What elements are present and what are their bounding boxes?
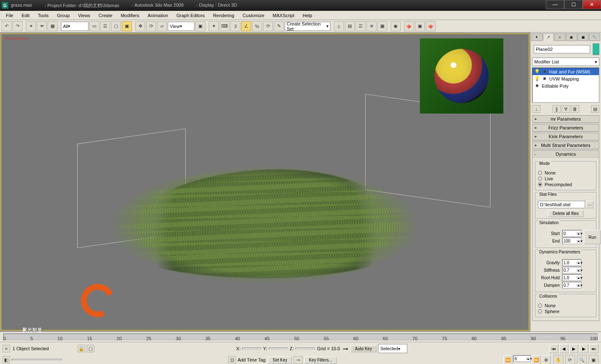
- bind-icon[interactable]: ▦: [48, 21, 58, 31]
- stiffness-spinner[interactable]: ▲▼: [562, 267, 581, 273]
- prev-key-icon[interactable]: ⏪: [503, 355, 513, 364]
- z-input[interactable]: [295, 348, 315, 349]
- dampen-spinner[interactable]: ▲▼: [562, 282, 581, 288]
- time-config-button-icon[interactable]: ⚙: [542, 355, 551, 364]
- select-name-icon[interactable]: ☰: [100, 21, 110, 31]
- setkey-button[interactable]: Set Key: [268, 356, 292, 364]
- pivot-icon[interactable]: ▣: [195, 21, 205, 31]
- menu-help[interactable]: Help: [299, 12, 316, 19]
- rollout-multi-strand-parameters[interactable]: +Multi Strand Parameters: [532, 142, 599, 149]
- menu-group[interactable]: Group: [53, 12, 73, 19]
- object-name-input[interactable]: Plane02: [534, 45, 590, 53]
- manipulate-icon[interactable]: ✦: [209, 21, 219, 31]
- menu-maxscript[interactable]: MAXScript: [269, 12, 298, 19]
- ref-coord-select[interactable]: View ▾: [168, 22, 194, 31]
- window-minimize-button[interactable]: —: [546, 0, 564, 9]
- viewport-perspective[interactable]: Perspective 聚光制造 www.cggood.com: [1, 33, 529, 331]
- sim-end-spinner[interactable]: ▲▼: [562, 238, 581, 244]
- lightbulb-icon[interactable]: 💡: [534, 76, 540, 81]
- rendered-frame-icon[interactable]: ▣: [415, 21, 425, 31]
- angle-snap-icon[interactable]: ∠: [241, 21, 251, 31]
- menu-modifiers[interactable]: Modifiers: [117, 12, 143, 19]
- remove-modifier-icon[interactable]: 🗑: [571, 105, 579, 113]
- named-selection-input[interactable]: Create Selection Set ▾: [285, 22, 331, 31]
- lock-selection-icon[interactable]: 🔒: [78, 345, 85, 352]
- x-input[interactable]: [242, 348, 261, 349]
- time-tag-icon[interactable]: ⊡: [228, 356, 236, 364]
- keyboard-icon[interactable]: ⌨: [220, 21, 230, 31]
- undo-icon[interactable]: ↶: [2, 21, 12, 31]
- y-input[interactable]: [269, 348, 288, 349]
- move-icon[interactable]: ✥: [135, 21, 145, 31]
- menu-grapheditors[interactable]: Graph Editors: [173, 12, 208, 19]
- material-editor-icon[interactable]: ◉: [391, 21, 401, 31]
- link-icon[interactable]: ⚭: [26, 21, 36, 31]
- tab-motion-icon[interactable]: ◉: [566, 33, 577, 41]
- menu-rendering[interactable]: Rendering: [210, 12, 238, 19]
- tab-modify-icon[interactable]: ↗: [543, 33, 554, 41]
- selection-filter-select[interactable]: All ▾: [61, 22, 88, 31]
- rotate-icon[interactable]: ⟳: [146, 21, 156, 31]
- select-icon[interactable]: ▭: [89, 21, 99, 31]
- next-key-icon[interactable]: ⏩: [532, 355, 541, 364]
- rollout-frizz-parameters[interactable]: +Frizz Parameters: [532, 124, 599, 132]
- menu-tools[interactable]: Tools: [35, 12, 52, 19]
- viewport-max-icon[interactable]: ▣: [588, 355, 598, 364]
- next-frame-icon[interactable]: ▶: [579, 344, 588, 353]
- key-icon[interactable]: ⊸: [343, 345, 348, 353]
- isolate-icon[interactable]: ▢: [87, 345, 94, 352]
- modifier-list-select[interactable]: Modifier List▾: [532, 58, 599, 66]
- rollout-dynamics-header[interactable]: -Dynamics: [533, 151, 599, 158]
- menu-animation[interactable]: Animation: [144, 12, 172, 19]
- window-close-button[interactable]: ✕: [583, 0, 601, 9]
- render-icon[interactable]: 🫖: [426, 21, 436, 31]
- show-end-result-icon[interactable]: ‖: [553, 105, 561, 113]
- window-crossing-icon[interactable]: ▣: [122, 21, 132, 31]
- goto-end-icon[interactable]: ⏭: [589, 344, 598, 353]
- percent-snap-icon[interactable]: %: [252, 21, 262, 31]
- lightbulb-icon[interactable]: 💡: [534, 69, 540, 74]
- menu-create[interactable]: Create: [95, 12, 116, 19]
- stat-path-input[interactable]: D:\test\ball.stat: [538, 201, 585, 208]
- pin-stack-icon[interactable]: ⟂: [532, 105, 540, 113]
- layers-icon[interactable]: ☰: [356, 21, 366, 31]
- key-filters-button[interactable]: Key Filters...: [304, 356, 337, 364]
- key-selected-select[interactable]: Selected ▾: [378, 344, 407, 353]
- goto-start-icon[interactable]: ⏮: [549, 344, 558, 353]
- modifier-uvw-mapping[interactable]: 💡 ◾ UVW Mapping: [533, 75, 599, 82]
- snap-icon[interactable]: 3: [230, 21, 240, 31]
- mirror-icon[interactable]: ⎌: [334, 21, 344, 31]
- tab-hierarchy-icon[interactable]: ⎌: [554, 33, 566, 41]
- select-region-icon[interactable]: ▢: [111, 21, 121, 31]
- schematic-icon[interactable]: ▦: [377, 21, 387, 31]
- menu-edit[interactable]: Edit: [18, 12, 33, 19]
- curve-editor-icon[interactable]: ≋: [366, 21, 376, 31]
- viewport-pan-icon[interactable]: ✋: [553, 355, 563, 364]
- viewport-zoom-icon[interactable]: 🔍: [577, 355, 587, 364]
- modifier-editable-poly[interactable]: ◾ Editable Poly: [533, 82, 599, 89]
- prompt-input[interactable]: [12, 359, 62, 361]
- window-maximize-button[interactable]: ☐: [564, 0, 583, 9]
- prev-frame-icon[interactable]: ◀: [559, 344, 568, 353]
- spinner-snap-icon[interactable]: ⟳: [263, 21, 273, 31]
- tab-display-icon[interactable]: ▣: [578, 33, 589, 41]
- mode-precomputed-radio[interactable]: Precomputed: [538, 182, 593, 187]
- tab-create-icon[interactable]: ✦: [531, 33, 543, 41]
- key-icon-button[interactable]: ⊸: [293, 356, 303, 364]
- modifier-hair-and-fur[interactable]: 💡 ◾ Hair and Fur (WSM): [533, 68, 599, 75]
- delete-all-files-button[interactable]: Delete all files: [548, 210, 583, 217]
- mode-none-radio[interactable]: None: [538, 170, 593, 176]
- make-unique-icon[interactable]: ∀: [562, 105, 570, 113]
- collisions-sphere-radio[interactable]: Sphere: [538, 308, 593, 314]
- mode-live-radio[interactable]: Live: [538, 176, 593, 182]
- align-icon[interactable]: ▤: [345, 21, 355, 31]
- current-frame-spinner[interactable]: ▲▼: [513, 355, 531, 362]
- configure-sets-icon[interactable]: ▤: [591, 105, 599, 113]
- menu-file[interactable]: File: [3, 12, 17, 19]
- menu-customize[interactable]: Customize: [239, 12, 268, 19]
- viewport-arc-icon[interactable]: ⟳: [565, 355, 575, 364]
- time-slider[interactable]: 0510152025303540455055606570758085909510…: [0, 332, 601, 342]
- autokey-button[interactable]: Auto Key: [351, 345, 377, 352]
- scale-icon[interactable]: ▱: [157, 21, 167, 31]
- modifier-stack[interactable]: 💡 ◾ Hair and Fur (WSM) 💡 ◾ UVW Mapping ◾…: [532, 68, 599, 103]
